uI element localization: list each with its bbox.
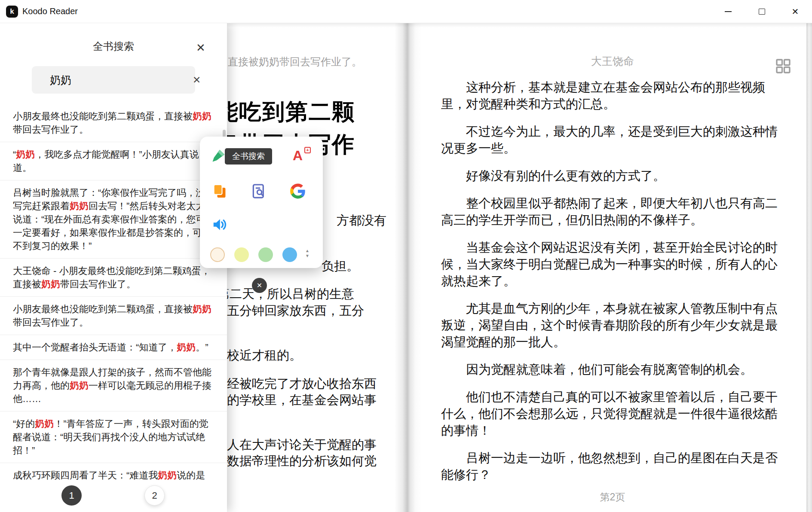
search-pagination: 1 2 xyxy=(0,485,227,506)
search-result-item[interactable]: 小朋友最终也没能吃到第二颗鸡蛋，直接被奶奶带回去写作业了。 xyxy=(0,297,227,335)
search-result-text: 成秋巧环顾四周看了半天：“难道我奶奶说的是真的？” xyxy=(13,469,212,480)
page-right-edge xyxy=(806,23,812,512)
search-result-item[interactable]: 小朋友最终也没能吃到第二颗鸡蛋，直接被奶奶带回去写作业了。 xyxy=(0,104,227,142)
popup-close-button[interactable]: ✕ xyxy=(252,278,267,293)
app-logo-letter: k xyxy=(10,7,14,16)
page-spine xyxy=(395,23,421,512)
search-result-text: “好的奶奶！”青年答应了一声，转头跟对面的觉醒者说道：“明天我们再找个没人的地方… xyxy=(13,417,212,457)
translate-icon[interactable]: A + xyxy=(293,147,312,165)
paragraph: 因为觉醒就意味着，他们可能会有脱离管制的机会。 xyxy=(441,361,785,378)
paragraph: 当基金会这个网站迟迟没有关闭，甚至开始全民讨论的时候，当大家终于明白觉醒已成为一… xyxy=(441,239,785,290)
copy-icon[interactable] xyxy=(211,183,228,199)
google-search-icon[interactable] xyxy=(290,183,306,199)
chevron-down-icon: ▼ xyxy=(305,253,309,259)
search-result-item[interactable]: 成秋巧环顾四周看了半天：“难道我奶奶说的是真的？” xyxy=(0,463,227,480)
highlight-color-cream[interactable] xyxy=(210,247,225,262)
highlight-color-green[interactable] xyxy=(258,247,273,262)
window-controls: ✕ xyxy=(711,0,812,23)
search-result-item[interactable]: 其中一个觉醒者抬头无语道：“知道了，奶奶。” xyxy=(0,335,227,360)
grid-view-icon[interactable] xyxy=(775,58,792,75)
pagination-page-2[interactable]: 2 xyxy=(144,485,165,506)
search-result-text: 其中一个觉醒者抬头无语道：“知道了，奶奶。” xyxy=(13,341,212,354)
search-tooltip: 全书搜索 xyxy=(225,148,272,165)
translate-letter: A xyxy=(293,148,303,164)
left-page-text-fragment: 方都没有 xyxy=(337,212,386,229)
maximize-button[interactable] xyxy=(745,0,778,23)
clear-search-icon[interactable]: ✕ xyxy=(193,74,201,86)
search-result-text: 吕树当时脸就黑了：“你寒假作业写完了吗，没写完赶紧跟着奶奶回去写！”然后转头对老… xyxy=(13,186,212,253)
search-result-item[interactable]: 吕树当时脸就黑了：“你寒假作业写完了吗，没写完赶紧跟着奶奶回去写！”然后转头对老… xyxy=(0,180,227,259)
translate-plus-icon: + xyxy=(304,147,311,153)
search-result-text: 那个青年就像是跟人打架的孩子，然而不管他能力再高，他的奶奶一样可以毫无顾忌的用棍… xyxy=(13,366,212,405)
pagination-page-1[interactable]: 1 xyxy=(61,485,82,506)
app-logo: k xyxy=(6,6,18,18)
search-results-list: 小朋友最终也没能吃到第二颗鸡蛋，直接被奶奶带回去写作业了。 “奶奶，我吃多点才能… xyxy=(0,104,227,480)
close-icon: ✕ xyxy=(792,6,799,17)
search-result-text: 小朋友最终也没能吃到第二颗鸡蛋，直接被奶奶带回去写作业了。 xyxy=(13,302,212,329)
left-page-text-fragment: 校近才租的。 xyxy=(227,347,302,364)
search-result-item[interactable]: “奶奶，我吃多点才能觉醒啊！”小朋友认真说道。 xyxy=(0,142,227,180)
paragraph: 尤其是血气方刚的少年，本身就在被家人管教压制中有点叛逆，渴望自由，这个时候青春期… xyxy=(441,300,785,350)
paragraph: 不过迄今为止，最大的几率，还是受到巨大的刺激这种情况更多一些。 xyxy=(441,123,785,157)
search-result-item[interactable]: 大王饶命 - 小朋友最终也没能吃到第二颗鸡蛋，直接被奶奶带回去写作业了。 xyxy=(0,259,227,297)
highlighter-pen-icon[interactable] xyxy=(210,148,227,164)
close-window-button[interactable]: ✕ xyxy=(778,0,812,23)
left-page-running-header: 直接被奶奶带回去写作业了。 xyxy=(228,55,362,69)
search-result-text: 大王饶命 - 小朋友最终也没能吃到第二颗鸡蛋，直接被奶奶带回去写作业了。 xyxy=(13,264,212,291)
titlebar: k Koodo Reader ✕ xyxy=(0,0,812,23)
search-result-item[interactable]: 那个青年就像是跟人打架的孩子，然而不管他能力再高，他的奶奶一样可以毫无顾忌的用棍… xyxy=(0,360,227,411)
color-spinner[interactable]: ▲ ▼ xyxy=(303,248,312,259)
search-input[interactable] xyxy=(50,74,188,86)
close-icon: ✕ xyxy=(196,41,205,55)
paragraph: 好像没有别的什么更有效的方式了。 xyxy=(441,168,785,184)
left-page-title-line: 能吃到第二颗 xyxy=(216,97,355,127)
search-box[interactable]: ✕ xyxy=(32,66,195,94)
search-result-text: 小朋友最终也没能吃到第二颗鸡蛋，直接被奶奶带回去写作业了。 xyxy=(13,110,212,136)
highlight-color-blue[interactable] xyxy=(282,247,297,262)
paragraph: 他们也不清楚自己真的可以不被家里管着以后，自己要干什么，他们不会想那么远，只觉得… xyxy=(441,389,785,439)
left-page-text-fragment: 人在大声讨论关于觉醒的事 xyxy=(227,436,377,454)
minimize-icon xyxy=(725,11,732,12)
chevron-up-icon: ▲ xyxy=(305,248,309,253)
left-page-text-fragment: 数据帝理性的分析该如何觉 xyxy=(227,453,377,470)
close-icon: ✕ xyxy=(257,281,262,290)
search-result-item[interactable]: “好的奶奶！”青年答应了一声，转头跟对面的觉醒者说道：“明天我们再找个没人的地方… xyxy=(0,411,227,463)
search-panel: 全书搜索 ✕ ✕ 小朋友最终也没能吃到第二颗鸡蛋，直接被奶奶带回去写作业了。 “… xyxy=(0,23,227,512)
left-page-text-fragment: 经被吃完了才放心收拾东西 xyxy=(227,375,377,393)
maximize-icon xyxy=(759,9,765,15)
left-page-text-fragment: 负担。 xyxy=(322,258,359,275)
text-to-speech-icon[interactable] xyxy=(211,216,228,233)
paragraph: 吕树一边走一边听，他忽然想到，自己的星图在白天是否能修行？ xyxy=(441,450,785,483)
left-page-text-fragment: 的学校里，在基金会网站事 xyxy=(227,392,377,409)
search-panel-title: 全书搜索 xyxy=(0,40,227,53)
left-page-text-fragment: 五分钟回家放东西，五分 xyxy=(227,302,364,320)
minimize-button[interactable] xyxy=(711,0,745,23)
highlight-color-yellow[interactable] xyxy=(234,247,249,262)
search-panel-close-button[interactable]: ✕ xyxy=(193,40,208,55)
page-number: 第2页 xyxy=(419,491,806,504)
dictionary-search-icon[interactable] xyxy=(251,183,267,199)
paragraph: 整个校园里似乎都热闹了起来，即便大年初八也只有高二高三的学生开学而已，但仍旧热闹… xyxy=(441,195,785,229)
selection-popup: 全书搜索 A + xyxy=(200,137,323,268)
page-body-text: 这种分析，基本就是建立在基金会网站公布的那些视频里，对觉醒种类和方式的汇总。 不… xyxy=(441,79,785,494)
left-page-text-fragment: 第二天，所以吕树的生意 xyxy=(217,286,354,303)
search-result-text: “奶奶，我吃多点才能觉醒啊！”小朋友认真说道。 xyxy=(13,148,212,174)
app-title: Koodo Reader xyxy=(22,6,78,16)
chapter-title: 大王饶命 xyxy=(419,54,806,68)
paragraph: 这种分析，基本就是建立在基金会网站公布的那些视频里，对觉醒种类和方式的汇总。 xyxy=(441,79,785,113)
